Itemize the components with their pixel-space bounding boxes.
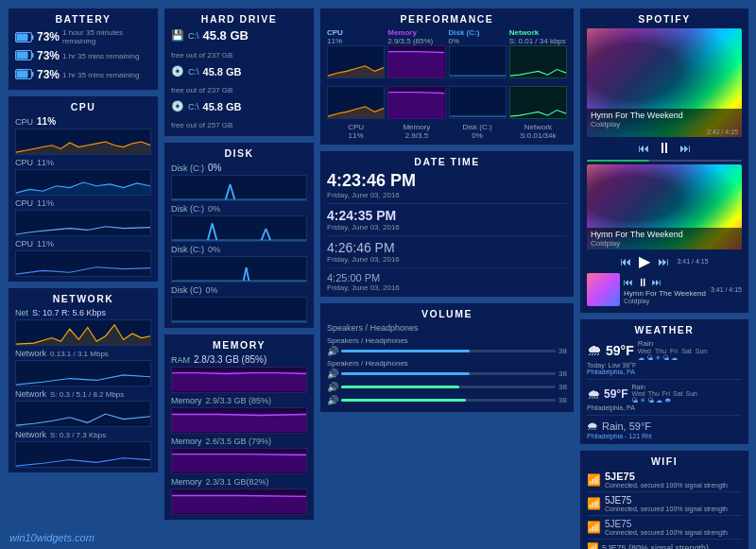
vol-label-1: Speakers / Headphones [327,336,567,345]
svg-rect-25 [388,51,444,77]
vol-fill-4 [341,399,466,402]
perf-memory-graph-bottom [387,86,445,119]
network-item-2: Network 0.13.1 / 3.1 Mbps [15,349,151,386]
spotify-prev-btn-1[interactable]: ⏮ [638,142,649,155]
spotify-play-btn-3[interactable]: ⏸ [637,276,648,289]
spotify-prev-btn-3[interactable]: ⏮ [624,277,633,287]
perf-network-val: S: 0.01 / 34 kbps [509,37,567,45]
mem-graph-4 [171,489,307,515]
mem-label-4: Memory [171,477,202,487]
perf-memory-val: 2.9/3.5 (85%) [387,37,445,45]
battery-item-3: 73% 1 hr 35 mins remaining [15,66,151,83]
net-graph-1 [15,319,151,346]
spotify-next-btn-3[interactable]: ⏭ [652,277,662,287]
perf-network-bottom: Network S:0.01/34k [509,86,567,140]
vol-fill-2 [341,372,470,375]
wifi-item-2: 📶 5JE75 Connected, secured 100% signal s… [587,495,742,516]
battery-val-2: 73% [37,49,60,62]
perf-memory-label: Memory [387,28,445,37]
spotify-play-btn-2[interactable]: ▶ [639,252,650,270]
datetime-title: DATE TIME [327,156,567,167]
spotify-artist-1: Coldplay [591,120,738,129]
battery-sub-2: 1 hr 35 mins remaining [62,52,139,60]
weather-day-icon-3: ☀ [655,354,661,362]
hd-size-1: 45.8 GB [203,28,249,43]
wifi-item-1: 📶 5JE75 Connected, secured 100% signal s… [587,471,742,492]
disk-label-3: Disk (C:) [171,245,204,254]
spotify-track-3: Hymn For The Weekend [624,289,707,298]
perf-disk-graph-bottom [449,86,507,119]
mem-label-1: RAM [171,355,190,365]
svg-rect-27 [388,92,444,118]
wifi-widget: WIFI 📶 5JE75 Connected, secured 100% sig… [579,450,749,549]
wifi-icon-4: 📶 [587,542,598,549]
cpu-graph-3 [15,210,151,236]
perf-cpu-label: CPU [327,28,385,37]
net-label-2: Network [15,349,46,358]
hd-sub-1: free out of 237 GB [171,51,232,60]
vol-track-1[interactable] [341,350,556,352]
dt-item-2: 4:24:35 PM Friday, June 03, 2016 [327,208,567,236]
weather-item-3: 🌧 Rain, 59°F Philadelphia - 121 Rhl [587,420,742,439]
wifi-name-4: 5JE75 (80% signal strength) [602,543,709,550]
mem-val-3: 2.6/3.5 GB (79%) [206,437,272,446]
disk-graph-2 [171,215,307,242]
battery-sub-1: 1 hour 35 minutes remaining [62,28,151,45]
svg-rect-22 [172,414,306,433]
perf-cpu-graph-bottom [327,86,385,119]
disk-val-3: 0% [208,245,220,254]
weather-day2-icon-5: 🌧 [664,397,671,404]
dt-time-3: 4:26:46 PM [327,240,567,255]
perf-cpu-graph [327,45,385,78]
wifi-title: WIFI [587,455,742,467]
weather-day-2: Thu [655,348,666,354]
vol-track-2[interactable] [341,372,556,375]
weather-detail-3: Philadelphia - 121 Rhl [587,433,742,439]
performance-title: PERFORMANCE [327,13,567,25]
disk-val-2: 0% [208,204,220,214]
vol-icon-2: 🔊 [327,369,338,379]
spotify-next-btn-2[interactable]: ⏭ [658,255,669,268]
perf-memory-top: Memory 2.9/3.5 (85%) [387,28,445,82]
spotify-play-btn-1[interactable]: ⏸ [657,140,672,157]
wifi-status-1: Connected, secured 100% signal strength [605,482,728,489]
perf-memory-bottom: Memory 2.9/3.5 [387,86,445,140]
weather-day2-icon-3: 🌤 [647,397,654,404]
vol-num-4: 38 [558,396,567,404]
cpu-graph-4 [15,250,151,277]
svg-line-14 [213,223,217,240]
battery-icon-3 [15,66,34,83]
disk-val-4: 0% [206,285,218,295]
spotify-album-art-3 [587,273,620,306]
weather-day-icon-1: ☁ [638,354,644,362]
spotify-prev-btn-2[interactable]: ⏮ [620,255,631,268]
disk-graph-3 [171,256,307,283]
spotify-title: SPOTIFY [587,13,742,25]
svg-rect-7 [32,72,34,77]
battery-icon-2 [15,47,34,64]
mem-item-1: RAM 2.8/3.3 GB (85%) [171,354,307,393]
weather-day2-2: Thu [648,390,660,397]
vol-track-3[interactable] [341,386,556,388]
harddrive-title: HARD DRIVE [171,13,307,25]
weather-day-icon-2: 🌤 [646,354,653,362]
spotify-next-btn-1[interactable]: ⏭ [679,142,691,155]
perf-network-graph [509,45,567,78]
spotify-time-1: 2:42 / 4:15 [591,129,738,135]
weather-item-2: 🌧 59°F Rain Wed Thu Fri Sat Sun 🌤 [587,384,742,416]
dt-time-4: 4:25:00 PM [327,272,567,283]
spotify-progress-1 [587,160,649,162]
vol-track-4[interactable] [341,399,556,402]
disk-val-1: 0% [208,163,221,173]
svg-line-11 [231,184,235,199]
perf-cpu-bottom: CPU 11% [327,86,385,140]
weather-day-3: Fri [670,348,678,354]
disk-graph-1 [171,175,307,201]
performance-widget: PERFORMANCE CPU 11% Memory 2.9/3.5 (85%) [319,8,575,146]
hd-label-2: C:\ [188,67,199,77]
svg-line-19 [247,267,249,281]
net-graph-2 [15,360,151,386]
hd-sub-3: free out of 257 GB [171,121,232,129]
weather-item-1: 🌧 59°F Rain Wed Thu Fri Sat Sun ☁ [587,339,742,380]
weather-cond-2: Rain [631,384,742,390]
